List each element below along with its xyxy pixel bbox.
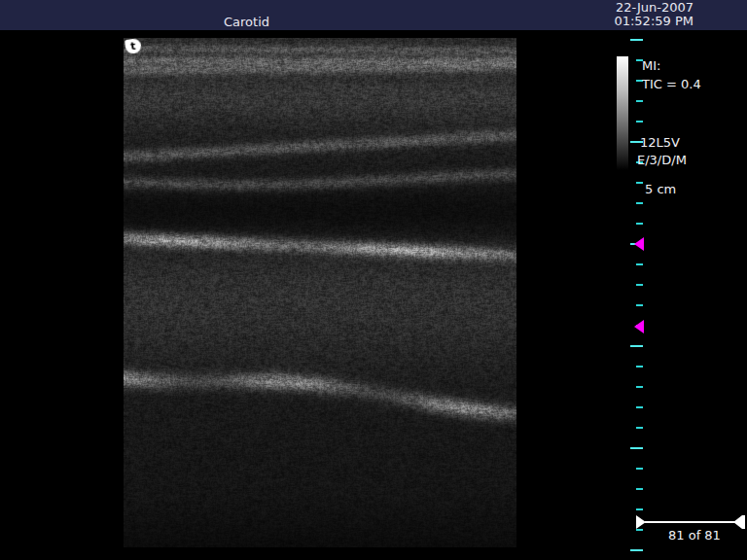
depth-tick-minor — [636, 182, 643, 184]
orientation-marker-glyph: t — [130, 41, 137, 52]
depth-tick-minor — [636, 468, 643, 470]
frame-counter: 81 of 81 — [668, 528, 721, 542]
cine-end-marker — [733, 515, 742, 529]
cine-end-stop — [742, 515, 745, 529]
mi-label: MI: — [642, 59, 660, 73]
depth-tick-major — [630, 39, 643, 41]
depth-tick-major — [630, 549, 643, 551]
depth-tick-minor — [636, 406, 643, 408]
mode-settings: E/3/D/M — [637, 154, 687, 167]
depth-tick-major — [630, 447, 643, 449]
focal-zone-marker — [634, 320, 644, 333]
depth-tick-minor — [636, 263, 643, 265]
grayscale-bar — [617, 56, 628, 170]
exam-type-label: Carotid — [224, 15, 269, 29]
depth-label: 5 cm — [645, 183, 676, 196]
depth-tick-minor — [636, 100, 643, 102]
ultrasound-screen: Carotid 22-Jun-2007 01:52:59 PM t MI: TI… — [0, 0, 747, 560]
time-label: 01:52:59 PM — [614, 15, 694, 28]
ultrasound-image — [124, 38, 516, 547]
depth-tick-minor — [636, 202, 643, 204]
depth-tick-minor — [636, 121, 643, 122]
transducer-label: 12L5V — [640, 136, 680, 150]
date-label: 22-Jun-2007 — [614, 1, 694, 15]
depth-tick-minor — [636, 529, 643, 531]
depth-tick-minor — [636, 427, 643, 429]
depth-tick-minor — [636, 284, 643, 286]
datetime: 22-Jun-2007 01:52:59 PM — [614, 1, 694, 28]
depth-tick-minor — [636, 223, 643, 225]
focal-zone-marker — [634, 237, 644, 251]
depth-tick-minor — [636, 366, 643, 368]
depth-tick-minor — [636, 304, 643, 306]
depth-tick-minor — [636, 386, 643, 388]
tic-value: TIC = 0.4 — [642, 78, 701, 91]
cine-progress-bar[interactable] — [645, 521, 735, 523]
depth-tick-minor — [636, 508, 643, 510]
header-bar: Carotid 22-Jun-2007 01:52:59 PM — [0, 0, 747, 30]
depth-tick-major — [630, 345, 643, 347]
depth-tick-minor — [636, 488, 643, 490]
